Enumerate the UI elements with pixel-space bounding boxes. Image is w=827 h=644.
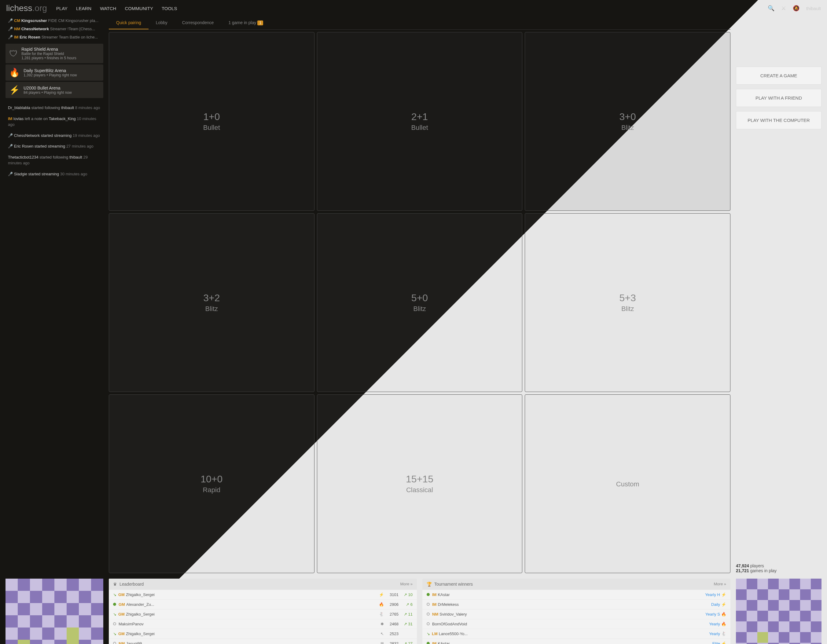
play-friend-button[interactable]: PLAY WITH A FRIEND [736, 89, 821, 107]
play-computer-button[interactable]: PLAY WITH THE COMPUTER [736, 111, 821, 129]
board-square [55, 640, 67, 644]
pairing-tile[interactable]: 3+2Blitz [109, 213, 315, 392]
board-square [42, 591, 55, 603]
nav-community[interactable]: COMMUNITY [125, 6, 153, 11]
board-square [91, 615, 103, 627]
patron-icon: ↘ [113, 612, 117, 616]
winner-row[interactable]: ↘LMLance5500-Yo...Yearly🐇 [422, 629, 730, 638]
board-square [55, 591, 67, 603]
featured-game[interactable]: Ckaakk2682 1+0 Babafingo_3212537 FM [6, 579, 103, 644]
winner-row[interactable]: IMKAstarElite⚡ [422, 638, 730, 644]
variant-icon: ⚡ [721, 593, 726, 597]
board-square [757, 579, 768, 589]
board-square [811, 632, 821, 643]
tab-1-game-in-play[interactable]: 1 game in play1 [221, 17, 270, 29]
variant-icon: 🔥 [721, 622, 726, 626]
leaderboard-row[interactable]: MaksimPanov✱2468↗ 31 [109, 619, 417, 629]
board-square [768, 643, 779, 644]
board-square [67, 615, 79, 627]
board-square [736, 621, 747, 632]
tab-correspondence[interactable]: Correspondence [175, 17, 221, 29]
online-dot [427, 622, 430, 625]
board-square [790, 621, 800, 632]
winner-row[interactable]: BornOfGodAndVoidYearly🔥 [422, 619, 730, 629]
board-square [42, 627, 55, 640]
main-nav: PLAY LEARN WATCH COMMUNITY TOOLS [56, 6, 177, 11]
winner-row[interactable]: IMKAstarYearly H⚡ [422, 589, 730, 599]
patron-icon: ↘ [427, 632, 430, 636]
pairing-tile[interactable]: Custom [525, 395, 730, 573]
pairing-tile[interactable]: 10+0Rapid [109, 395, 315, 573]
timeline-item[interactable]: Thetacticbot1234 started following thiba… [6, 153, 103, 167]
board-square [79, 579, 91, 591]
winner-row[interactable]: IMDrMelekessDaily⚡ [422, 599, 730, 609]
arena-link[interactable]: 🛡Rapid Shield ArenaBattle for the Rapid … [6, 44, 103, 63]
bell-icon[interactable]: 🔕 [793, 5, 799, 12]
variant-icon: 🐇 [721, 632, 726, 636]
streamer-link[interactable]: 🎤NM ChessNetwork Streamer !Team [Chess..… [6, 25, 103, 33]
streamer-link[interactable]: 🎤CM Kingscrusher FIDE CM Kingscrusher pl… [6, 17, 103, 25]
mic-icon: 🎤 [8, 18, 13, 23]
board-square [79, 627, 91, 640]
board-square [18, 627, 30, 640]
create-game-button[interactable]: CREATE A GAME [736, 67, 821, 85]
arena-link[interactable]: ⚡U2000 Bullet Arena84 players • Playing … [6, 82, 103, 98]
leaderboard-row[interactable]: NMJasugi99⊞2832↗ 27 [109, 638, 417, 644]
timeline-item[interactable]: 🎤 Sladgie started streaming 30 minutes a… [6, 170, 103, 178]
board-square [30, 603, 42, 615]
board-square [757, 600, 768, 611]
leaderboard-row[interactable]: ↘GMZhigalko_Sergei⚡3101↗ 10 [109, 589, 417, 599]
board-square [768, 579, 779, 589]
sidebar: 🎤CM Kingscrusher FIDE CM Kingscrusher pl… [6, 17, 103, 573]
streamer-link[interactable]: 🎤IM Eric Rosen Streamer Team Battle on l… [6, 33, 103, 41]
arena-link[interactable]: 🔥Daily SuperBlitz Arena1,392 players • P… [6, 64, 103, 81]
pairing-tile[interactable]: 15+15Classical [317, 395, 523, 573]
board-square [6, 615, 18, 627]
pairing-tile[interactable]: 2+1Bullet [317, 32, 523, 211]
pairing-tile[interactable]: 5+0Blitz [317, 213, 523, 392]
board-square [757, 632, 768, 643]
daily-puzzle[interactable]: Puzzle of the dayBlack to play [736, 579, 821, 644]
logo[interactable]: lichess.org [6, 3, 47, 13]
search-icon[interactable]: 🔍 [768, 5, 774, 12]
board-square [768, 621, 779, 632]
lobby-tabs: Quick pairingLobbyCorrespondence1 game i… [109, 17, 730, 30]
timeline-item[interactable]: Dr_blablabla started following thibault … [6, 104, 103, 112]
board-square [736, 643, 747, 644]
challenge-icon[interactable]: ⚔ [781, 5, 786, 12]
nav-watch[interactable]: WATCH [100, 6, 116, 11]
board-square [736, 579, 747, 589]
pairing-tile[interactable]: 5+3Blitz [525, 213, 730, 392]
pairing-tile[interactable]: 3+0Blitz [525, 32, 730, 211]
timeline-item[interactable]: 🎤 ChessNetwork started streaming 19 minu… [6, 131, 103, 140]
board-square [757, 611, 768, 621]
leaderboard-row[interactable]: ↘GMZhigalko_Sergei🐇2765↗ 11 [109, 609, 417, 619]
winners-more[interactable]: More » [714, 582, 726, 586]
tab-lobby[interactable]: Lobby [148, 17, 175, 29]
pairing-tile[interactable]: 1+0Bullet [109, 32, 315, 211]
nav-play[interactable]: PLAY [56, 6, 67, 11]
winner-row[interactable]: NMSviridov_ValeryYearly S🔥 [422, 609, 730, 619]
leaderboard-more[interactable]: More » [400, 582, 413, 586]
board-square [55, 627, 67, 640]
tab-quick-pairing[interactable]: Quick pairing [109, 17, 148, 29]
trophy-icon: 🏆 [427, 582, 432, 586]
user-menu[interactable]: thibault [806, 6, 821, 11]
timeline-item[interactable]: 🎤 Eric Rosen started streaming 27 minute… [6, 142, 103, 151]
board-square [67, 603, 79, 615]
leaderboard-row[interactable]: GMAlexander_Zu...🔥2906↗ 6 [109, 599, 417, 609]
board-square [790, 600, 800, 611]
online-dot [427, 603, 430, 606]
nav-tools[interactable]: TOOLS [162, 6, 177, 11]
board-square [811, 589, 821, 600]
nav-learn[interactable]: LEARN [76, 6, 91, 11]
leaderboard-row[interactable]: ↘GMZhigalko_Sergei↖2523 [109, 629, 417, 638]
board-square [779, 600, 790, 611]
board-square [747, 579, 757, 589]
board-square [779, 632, 790, 643]
board-square [18, 591, 30, 603]
board-square [42, 579, 55, 591]
online-dot [113, 622, 116, 625]
timeline-item[interactable]: IM lovlas left a note on Takeback_King 1… [6, 115, 103, 129]
board-square [6, 640, 18, 644]
